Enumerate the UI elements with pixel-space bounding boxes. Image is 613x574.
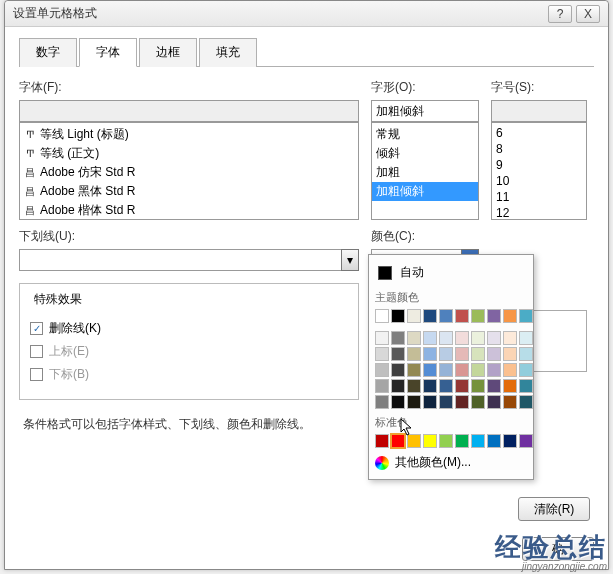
list-item[interactable]: 加粗倾斜 bbox=[372, 182, 478, 201]
color-swatch[interactable] bbox=[439, 331, 453, 345]
ok-button[interactable]: 确 bbox=[522, 537, 594, 561]
color-swatch[interactable] bbox=[423, 379, 437, 393]
color-swatch[interactable] bbox=[375, 395, 389, 409]
color-swatch[interactable] bbox=[503, 434, 517, 448]
color-swatch[interactable] bbox=[503, 379, 517, 393]
size-input[interactable] bbox=[491, 100, 587, 122]
color-swatch[interactable] bbox=[519, 363, 533, 377]
list-item[interactable]: 加粗 bbox=[372, 163, 478, 182]
color-swatch[interactable] bbox=[423, 363, 437, 377]
color-swatch[interactable] bbox=[375, 347, 389, 361]
color-swatch[interactable] bbox=[375, 331, 389, 345]
color-swatch[interactable] bbox=[407, 395, 421, 409]
color-swatch[interactable] bbox=[487, 363, 501, 377]
style-list[interactable]: 常规 倾斜 加粗 加粗倾斜 bbox=[371, 122, 479, 220]
color-swatch[interactable] bbox=[519, 309, 533, 323]
list-item[interactable]: Ͳ等线 Light (标题) bbox=[20, 125, 358, 144]
list-item[interactable]: 昌Adobe 楷体 Std R bbox=[20, 201, 358, 220]
color-swatch[interactable] bbox=[439, 395, 453, 409]
color-swatch[interactable] bbox=[503, 331, 517, 345]
color-auto-option[interactable]: 自动 bbox=[373, 259, 529, 286]
color-swatch[interactable] bbox=[391, 363, 405, 377]
color-swatch[interactable] bbox=[455, 309, 469, 323]
list-item[interactable]: 11 bbox=[492, 189, 586, 205]
checkbox-sub[interactable]: 下标(B) bbox=[30, 366, 348, 383]
color-swatch[interactable] bbox=[391, 331, 405, 345]
color-swatch[interactable] bbox=[455, 331, 469, 345]
color-swatch[interactable] bbox=[375, 379, 389, 393]
color-swatch[interactable] bbox=[375, 309, 389, 323]
style-input[interactable] bbox=[371, 100, 479, 122]
more-colors-option[interactable]: 其他颜色(M)... bbox=[373, 450, 529, 475]
color-swatch[interactable] bbox=[391, 395, 405, 409]
color-swatch[interactable] bbox=[455, 363, 469, 377]
color-swatch[interactable] bbox=[407, 309, 421, 323]
help-button[interactable]: ? bbox=[548, 5, 572, 23]
color-swatch[interactable] bbox=[391, 434, 405, 448]
color-swatch[interactable] bbox=[471, 363, 485, 377]
checkbox-strike[interactable]: 删除线(K) bbox=[30, 320, 348, 337]
color-swatch[interactable] bbox=[455, 434, 469, 448]
color-swatch[interactable] bbox=[391, 347, 405, 361]
color-swatch[interactable] bbox=[407, 434, 421, 448]
color-swatch[interactable] bbox=[439, 347, 453, 361]
color-swatch[interactable] bbox=[519, 331, 533, 345]
color-swatch[interactable] bbox=[439, 363, 453, 377]
color-swatch[interactable] bbox=[503, 347, 517, 361]
color-swatch[interactable] bbox=[487, 347, 501, 361]
color-swatch[interactable] bbox=[487, 395, 501, 409]
color-swatch[interactable] bbox=[471, 379, 485, 393]
color-swatch[interactable] bbox=[407, 331, 421, 345]
color-swatch[interactable] bbox=[487, 434, 501, 448]
list-item[interactable]: 常规 bbox=[372, 125, 478, 144]
color-swatch[interactable] bbox=[519, 434, 533, 448]
color-swatch[interactable] bbox=[391, 309, 405, 323]
color-swatch[interactable] bbox=[503, 395, 517, 409]
color-swatch[interactable] bbox=[391, 379, 405, 393]
color-swatch[interactable] bbox=[423, 347, 437, 361]
color-swatch[interactable] bbox=[423, 331, 437, 345]
color-swatch[interactable] bbox=[487, 331, 501, 345]
color-swatch[interactable] bbox=[407, 347, 421, 361]
dropdown-button[interactable]: ▾ bbox=[341, 249, 359, 271]
color-swatch[interactable] bbox=[439, 379, 453, 393]
list-item[interactable]: 12 bbox=[492, 205, 586, 220]
color-swatch[interactable] bbox=[423, 309, 437, 323]
list-item[interactable]: 9 bbox=[492, 157, 586, 173]
color-swatch[interactable] bbox=[487, 309, 501, 323]
list-item[interactable]: 倾斜 bbox=[372, 144, 478, 163]
color-swatch[interactable] bbox=[471, 434, 485, 448]
color-swatch[interactable] bbox=[407, 363, 421, 377]
checkbox-super[interactable]: 上标(E) bbox=[30, 343, 348, 360]
color-swatch[interactable] bbox=[455, 395, 469, 409]
color-swatch[interactable] bbox=[471, 347, 485, 361]
clear-button[interactable]: 清除(R) bbox=[518, 497, 590, 521]
list-item[interactable]: 昌Adobe 仿宋 Std R bbox=[20, 163, 358, 182]
list-item[interactable]: 10 bbox=[492, 173, 586, 189]
font-input[interactable] bbox=[19, 100, 359, 122]
tab-border[interactable]: 边框 bbox=[139, 38, 197, 67]
color-swatch[interactable] bbox=[375, 363, 389, 377]
underline-combo[interactable]: ▾ bbox=[19, 249, 359, 271]
color-swatch[interactable] bbox=[439, 309, 453, 323]
color-swatch[interactable] bbox=[519, 347, 533, 361]
color-swatch[interactable] bbox=[519, 379, 533, 393]
color-swatch[interactable] bbox=[455, 347, 469, 361]
tab-number[interactable]: 数字 bbox=[19, 38, 77, 67]
list-item[interactable]: 6 bbox=[492, 125, 586, 141]
tab-font[interactable]: 字体 bbox=[79, 38, 137, 67]
color-swatch[interactable] bbox=[503, 309, 517, 323]
color-swatch[interactable] bbox=[455, 379, 469, 393]
close-button[interactable]: X bbox=[576, 5, 600, 23]
color-swatch[interactable] bbox=[519, 395, 533, 409]
color-swatch[interactable] bbox=[503, 363, 517, 377]
color-swatch[interactable] bbox=[423, 395, 437, 409]
color-swatch[interactable] bbox=[471, 331, 485, 345]
list-item[interactable]: 8 bbox=[492, 141, 586, 157]
list-item[interactable]: Ͳ等线 (正文) bbox=[20, 144, 358, 163]
list-item[interactable]: 昌Adobe 黑体 Std R bbox=[20, 182, 358, 201]
color-swatch[interactable] bbox=[471, 395, 485, 409]
color-swatch[interactable] bbox=[487, 379, 501, 393]
tab-fill[interactable]: 填充 bbox=[199, 38, 257, 67]
color-swatch[interactable] bbox=[423, 434, 437, 448]
